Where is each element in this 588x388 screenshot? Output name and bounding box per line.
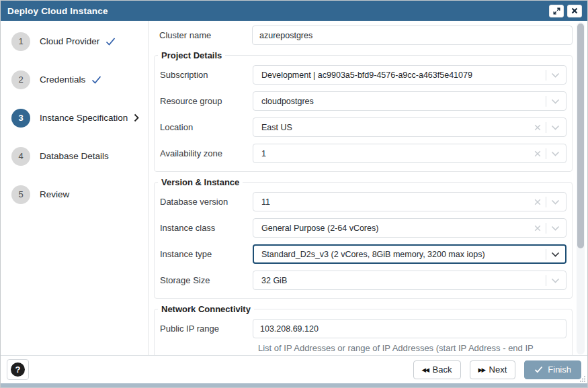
finish-check-icon <box>534 366 543 373</box>
availability-zone-label: Availability zone <box>160 148 253 158</box>
chevron-down-icon[interactable] <box>551 278 560 283</box>
instance-type-label: Instance type <box>160 249 253 259</box>
wizard-step-review[interactable]: 5 Review <box>1 175 148 213</box>
wizard-step-instance-specification[interactable]: 3 Instance Specification <box>1 99 148 137</box>
selected-value: 11 <box>261 197 534 207</box>
selected-value: Development | ac9903a5-bfd9-4576-a9cc-a4… <box>261 70 541 80</box>
public-ip-range-input[interactable] <box>253 319 566 338</box>
step-label: Review <box>40 189 69 199</box>
chevron-down-icon[interactable] <box>551 72 560 78</box>
chevron-down-icon[interactable] <box>551 99 560 104</box>
location-label: Location <box>160 122 253 132</box>
next-button[interactable]: ▶▶ Next <box>470 360 516 379</box>
storage-size-select[interactable]: 32 GiB <box>253 271 566 290</box>
deploy-cloud-instance-dialog: Deploy Cloud Instance 1 Cloud Provider <box>0 0 588 388</box>
selected-value: East US <box>261 123 534 132</box>
next-button-label: Next <box>489 365 507 375</box>
database-version-label: Database version <box>160 197 253 207</box>
storage-size-label: Storage Size <box>160 275 253 285</box>
selected-value: 32 GiB <box>261 276 541 285</box>
scrollbar-track[interactable] <box>577 22 585 354</box>
public-ip-range-row: Public IP range <box>160 319 566 338</box>
divider <box>546 96 546 107</box>
divider <box>546 197 546 207</box>
location-select[interactable]: East US <box>253 117 566 137</box>
next-arrows-icon: ▶▶ <box>478 367 485 373</box>
dialog-title: Deploy Cloud Instance <box>7 6 546 16</box>
step-done-check-icon <box>91 76 101 84</box>
step-label: Credentials <box>40 75 85 85</box>
section-legend: Version & Instance <box>158 177 243 187</box>
finish-button[interactable]: Finish <box>524 360 581 379</box>
instance-type-row: Instance type Standard_D2s_v3 (2 vCores,… <box>160 244 566 264</box>
cluster-name-label: Cluster name <box>159 30 252 40</box>
chevron-down-icon[interactable] <box>551 199 560 205</box>
availability-zone-row: Availability zone 1 <box>160 144 566 163</box>
clear-icon[interactable] <box>534 199 541 205</box>
instance-class-label: Instance class <box>160 223 253 233</box>
step-number-badge: 4 <box>11 147 30 166</box>
public-ip-range-label: Public IP range <box>160 324 253 334</box>
step-number-badge: 5 <box>11 185 30 204</box>
step-done-check-icon <box>106 38 116 46</box>
step-number-badge: 3 <box>11 109 30 128</box>
selected-value: General Purpose (2-64 vCores) <box>261 224 534 233</box>
chevron-down-icon[interactable] <box>551 226 560 231</box>
chevron-down-icon[interactable] <box>551 151 560 156</box>
finish-button-label: Finish <box>548 365 571 375</box>
selected-value: Standard_D2s_v3 (2 vCores, 8GiB memory, … <box>261 250 541 259</box>
chevron-down-icon[interactable] <box>551 125 560 130</box>
cluster-name-row: Cluster name <box>154 26 573 45</box>
dialog-titlebar: Deploy Cloud Instance <box>1 1 587 21</box>
section-legend: Network Connectivity <box>158 304 254 314</box>
close-icon <box>571 7 578 14</box>
resource-group-select[interactable]: cloudpostgres <box>253 91 566 111</box>
divider <box>546 223 546 234</box>
resource-group-row: Resource group cloudpostgres <box>160 91 566 111</box>
subscription-select[interactable]: Development | ac9903a5-bfd9-4576-a9cc-a4… <box>253 65 566 85</box>
back-arrows-icon: ◀◀ <box>422 367 429 373</box>
database-version-select[interactable]: 11 <box>253 192 566 211</box>
storage-size-row: Storage Size 32 GiB <box>160 271 566 290</box>
clear-icon[interactable] <box>534 124 541 131</box>
step-label: Cloud Provider <box>40 36 99 46</box>
selected-value: cloudpostgres <box>261 97 541 106</box>
wizard-step-cloud-provider[interactable]: 1 Cloud Provider <box>1 22 148 60</box>
subscription-label: Subscription <box>160 70 253 80</box>
help-icon: ? <box>11 362 25 377</box>
step-number-badge: 2 <box>11 70 30 89</box>
instance-class-row: Instance class General Purpose (2-64 vCo… <box>160 218 566 238</box>
help-button[interactable]: ? <box>7 359 29 380</box>
close-button[interactable] <box>567 5 582 17</box>
public-ip-range-helper-text: List of IP Addresses or range of IP Addr… <box>258 342 566 354</box>
back-button[interactable]: ◀◀ Back <box>413 360 461 379</box>
chevron-down-icon[interactable] <box>551 252 560 257</box>
clear-icon[interactable] <box>534 225 541 232</box>
version-instance-section: Version & Instance Database version 11 I… <box>154 182 573 299</box>
step-label: Instance Specification <box>40 113 128 123</box>
wizard-steps-panel: 1 Cloud Provider 2 Credentials 3 Instanc… <box>1 21 149 355</box>
clear-icon[interactable] <box>534 150 541 157</box>
subscription-row: Subscription Development | ac9903a5-bfd9… <box>160 65 566 85</box>
instance-class-select[interactable]: General Purpose (2-64 vCores) <box>253 218 566 238</box>
resource-group-label: Resource group <box>160 96 253 106</box>
wizard-step-credentials[interactable]: 2 Credentials <box>1 60 148 99</box>
maximize-button[interactable] <box>549 5 564 17</box>
wizard-step-database-details[interactable]: 4 Database Details <box>1 137 148 175</box>
resize-grip-icon[interactable] <box>580 376 586 382</box>
scrollbar-thumb[interactable] <box>577 23 584 248</box>
cluster-name-input[interactable] <box>252 26 573 45</box>
step-number-badge: 1 <box>11 32 30 51</box>
selected-value: 1 <box>261 149 534 158</box>
back-button-label: Back <box>433 365 452 375</box>
instance-type-select[interactable]: Standard_D2s_v3 (2 vCores, 8GiB memory, … <box>253 244 566 264</box>
network-connectivity-section: Network Connectivity Public IP range Lis… <box>154 309 573 355</box>
divider <box>546 275 546 286</box>
maximize-icon <box>553 7 560 15</box>
active-step-chevron-icon <box>134 113 139 122</box>
database-version-row: Database version 11 <box>160 192 566 211</box>
availability-zone-select[interactable]: 1 <box>253 144 566 163</box>
location-row: Location East US <box>160 117 566 137</box>
dialog-footer: ? ◀◀ Back ▶▶ Next Finish <box>1 355 587 383</box>
divider <box>546 122 546 133</box>
